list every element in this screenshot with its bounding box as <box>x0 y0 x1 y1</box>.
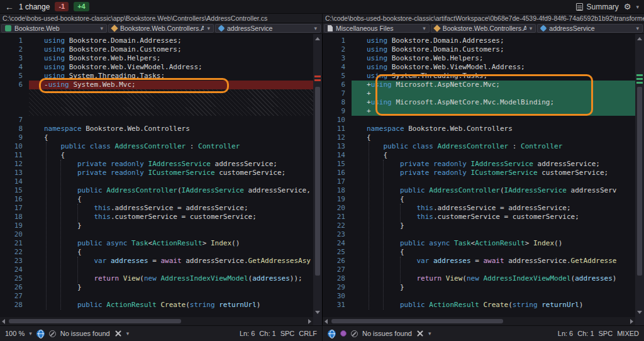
code-line[interactable]: 12{ <box>323 133 635 142</box>
code-text[interactable] <box>29 116 313 125</box>
code-text[interactable]: return View(new AddressIndexViewModel(ad… <box>352 274 635 283</box>
code-line[interactable]: 9+ <box>323 107 635 116</box>
code-line[interactable]: 29 } <box>323 283 635 292</box>
scroll-down-icon[interactable] <box>637 311 642 314</box>
code-text[interactable]: } <box>29 221 313 230</box>
code-text[interactable]: public async Task<ActionResult> Index() <box>29 239 313 248</box>
horizontal-scrollbar[interactable] <box>323 317 635 325</box>
code-line[interactable]: 25 { <box>323 248 635 257</box>
line-ending-indicator[interactable]: MIXED <box>617 330 639 337</box>
code-line[interactable]: 7+ <box>323 89 635 98</box>
zoom-dropdown[interactable]: 100 % <box>5 330 25 337</box>
code-text[interactable]: { <box>352 151 635 160</box>
tools-icon[interactable] <box>416 330 424 337</box>
code-text[interactable]: this.addressService = addressService; <box>352 204 635 213</box>
member-dropdown[interactable]: addressService ▾ <box>215 24 321 33</box>
code-line[interactable]: 18 this.customerService = customerServic… <box>0 213 313 221</box>
vertical-scrollbar[interactable] <box>635 34 644 325</box>
code-text[interactable]: } <box>29 283 313 292</box>
chevron-down-icon[interactable]: ▾ <box>428 330 431 337</box>
horizontal-scrollbar[interactable] <box>0 317 313 325</box>
code-line[interactable]: 13 private readonly ICustomerService cus… <box>0 169 313 177</box>
code-line[interactable]: 2using Bookstore.Domain.Customers; <box>323 45 635 54</box>
code-text[interactable] <box>29 107 313 116</box>
code-text[interactable]: private readonly ICustomerService custom… <box>29 169 313 177</box>
code-text[interactable] <box>352 177 635 186</box>
scroll-right-icon[interactable] <box>308 319 311 324</box>
vertical-scrollbar[interactable] <box>313 34 322 325</box>
chevron-down-icon[interactable]: ▾ <box>636 4 639 10</box>
code-line[interactable]: 24 <box>0 266 313 274</box>
code-line[interactable]: 28 return View(new AddressIndexViewModel… <box>323 274 635 283</box>
code-text[interactable]: public AddressController(IAddressService… <box>352 186 635 195</box>
code-line[interactable]: 30 <box>323 292 635 301</box>
code-text[interactable]: } <box>352 221 635 230</box>
globe-icon[interactable] <box>36 330 45 338</box>
chevron-down-icon[interactable]: ▾ <box>126 330 130 337</box>
code-text[interactable] <box>29 177 313 186</box>
scroll-up-icon[interactable] <box>315 37 320 40</box>
code-text[interactable]: public async Task<ActionResult> Index() <box>352 239 635 248</box>
code-line[interactable]: 21 this.customerService = customerServic… <box>323 213 635 221</box>
code-text[interactable]: public ActionResult Create(string return… <box>29 301 313 310</box>
code-text[interactable] <box>352 230 635 239</box>
line-ending-indicator[interactable]: CRLF <box>299 330 317 337</box>
code-line[interactable]: 15 private readonly IAddressService addr… <box>323 160 635 169</box>
globe-icon[interactable] <box>328 330 336 338</box>
code-text[interactable]: using Bookstore.Web.Helpers; <box>29 54 313 63</box>
code-text[interactable]: this.customerService = customerService; <box>352 213 635 221</box>
code-text[interactable]: { <box>352 248 635 257</box>
code-line[interactable]: 8namespace Bookstore.Web.Controllers <box>0 125 313 133</box>
code-text[interactable]: using Bookstore.Domain.Addresses; <box>29 36 313 45</box>
code-line[interactable]: 27 <box>0 292 313 301</box>
code-text[interactable] <box>352 292 635 301</box>
code-line[interactable]: 4using Bookstore.Web.ViewModel.Address; <box>323 63 635 72</box>
code-text[interactable] <box>29 230 313 239</box>
type-dropdown[interactable]: Bookstore.Web.Controllers.Ac ▾ <box>108 24 214 33</box>
code-line[interactable]: 6-using System.Web.Mvc; <box>0 81 313 89</box>
code-text[interactable] <box>352 266 635 274</box>
project-dropdown[interactable]: Bookstore.Web ▾ <box>1 24 107 33</box>
code-line[interactable]: 7 <box>0 116 313 125</box>
code-text[interactable]: public class AddressController : Control… <box>352 142 635 151</box>
code-text[interactable]: using Bookstore.Web.ViewModel.Address; <box>352 63 635 72</box>
code-line[interactable]: 23 <box>323 230 635 239</box>
code-line[interactable]: 25 return View(new AddressIndexViewModel… <box>0 274 313 283</box>
code-line[interactable]: 10 <box>323 116 635 125</box>
indentation-indicator[interactable]: SPC <box>599 330 613 337</box>
code-line[interactable]: 17 <box>323 177 635 186</box>
scroll-left-icon[interactable] <box>2 319 5 324</box>
code-text[interactable] <box>29 292 313 301</box>
code-text[interactable]: public ActionResult Create(string return… <box>352 301 635 310</box>
code-text[interactable]: using System.Threading.Tasks; <box>29 72 313 81</box>
issues-status[interactable]: No issues found <box>362 330 412 337</box>
code-line[interactable]: 28 public ActionResult Create(string ret… <box>0 301 313 310</box>
code-line[interactable]: 19 } <box>0 221 313 230</box>
code-text[interactable]: { <box>352 195 635 204</box>
chevron-down-icon[interactable]: ▾ <box>29 330 32 337</box>
code-line[interactable]: 22 } <box>323 221 635 230</box>
code-text[interactable]: private readonly IAddressService address… <box>29 160 313 169</box>
code-line[interactable]: 16 private readonly ICustomerService cus… <box>323 169 635 177</box>
code-text[interactable]: -using System.Web.Mvc; <box>29 81 313 89</box>
scrollbar-thumb[interactable] <box>9 319 181 323</box>
code-text[interactable]: this.addressService = addressService; <box>29 204 313 213</box>
code-line[interactable]: 1using Bookstore.Domain.Addresses; <box>0 36 313 45</box>
code-text[interactable]: + <box>352 107 635 116</box>
scroll-left-icon[interactable] <box>325 319 328 324</box>
scroll-right-icon[interactable] <box>630 319 633 324</box>
issues-status[interactable]: No issues found <box>60 330 110 337</box>
code-line[interactable]: 5using System.Threading.Tasks; <box>323 72 635 81</box>
code-line[interactable]: 10 public class AddressController : Cont… <box>0 142 313 151</box>
code-line[interactable]: 22 { <box>0 248 313 257</box>
project-dropdown[interactable]: Miscellaneous Files ▾ <box>324 24 430 33</box>
scrollbar-thumb[interactable] <box>637 87 642 276</box>
code-line[interactable]: 6+using Microsoft.AspNetCore.Mvc; <box>323 81 635 89</box>
column-indicator[interactable]: Ch: 1 <box>259 330 275 337</box>
code-text[interactable]: } <box>352 283 635 292</box>
code-line[interactable]: 26 var addresses = await addressService.… <box>323 257 635 266</box>
code-line[interactable]: 19 { <box>323 195 635 204</box>
code-text[interactable]: public class AddressController : Control… <box>29 142 313 151</box>
back-arrow-icon[interactable]: ← <box>5 3 14 11</box>
member-dropdown[interactable]: addressService ▾ <box>537 24 643 33</box>
